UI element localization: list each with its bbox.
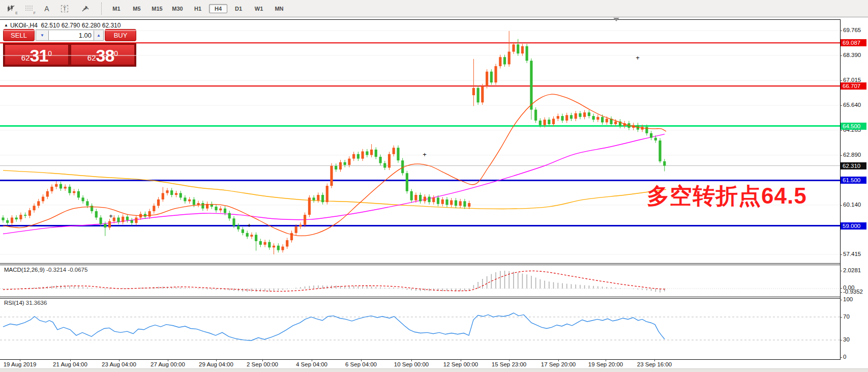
price-axis-label: 62.890 (843, 152, 861, 158)
axis-tick-mark (840, 55, 842, 56)
macd-panel-separator[interactable] (0, 263, 840, 264)
rsi-axis-label: 30 (843, 336, 850, 342)
trading-terminal-window: E F A T ▼ M1M5M15M30H1H4D1W1MN ▲UKOil-,H… (0, 0, 868, 372)
toolbar: E F A T ▼ M1M5M15M30H1H4D1W1MN (0, 0, 868, 17)
axis-tick-mark (840, 357, 842, 358)
time-axis-label: 6 Sep 04:00 (345, 361, 377, 367)
axis-tick-mark (840, 105, 842, 106)
timeframe-H1[interactable]: H1 (189, 4, 207, 13)
price-axis-label: 60.140 (843, 202, 861, 208)
window-bottom-strip (0, 368, 868, 372)
axis-tick-mark (840, 317, 842, 318)
rsi-axis-label: 70 (843, 313, 850, 320)
text-box-icon[interactable]: T (58, 3, 71, 14)
cross-marker-icon[interactable]: + (636, 54, 640, 62)
grid-icon[interactable]: F (22, 3, 36, 14)
axis-tick-mark (840, 292, 842, 293)
toolbar-separator (101, 3, 102, 15)
price-axis-label: 68.390 (843, 52, 861, 58)
cross-marker-icon[interactable]: + (423, 151, 427, 158)
timeframe-W1[interactable]: W1 (250, 4, 268, 13)
chart-text-annotation[interactable]: 多空转折点64.5 (647, 181, 807, 211)
price-axis-label: 57.415 (843, 251, 861, 257)
axis-tick-mark (840, 80, 842, 81)
price-level-badge: 61.500 (841, 177, 866, 184)
chart-edit-icon[interactable]: E (5, 3, 18, 14)
timeframe-D1[interactable]: D1 (229, 4, 248, 13)
text-label-icon[interactable]: A (40, 3, 53, 14)
axis-tick-mark (840, 340, 842, 340)
icon-sub-label: E (15, 11, 18, 15)
price-level-badge: 62.310 (841, 162, 866, 169)
time-axis-label: 17 Sep 20:00 (541, 361, 576, 367)
price-axis-label: 65.640 (843, 102, 861, 108)
timeframe-M5[interactable]: M5 (128, 4, 146, 13)
axis-tick-mark (840, 254, 842, 255)
time-axis-label: 2 Sep 00:00 (247, 361, 278, 367)
axis-tick-mark (840, 155, 842, 156)
time-axis-label: 10 Sep 00:00 (394, 361, 429, 367)
axis-tick-mark (840, 271, 842, 271)
timeframe-H4[interactable]: H4 (209, 4, 227, 13)
rsi-axis-label: 100 (843, 296, 853, 302)
chart-right-border (840, 19, 841, 360)
timeframe-M15[interactable]: M15 (148, 4, 166, 13)
timeframe-M30[interactable]: M30 (168, 4, 187, 13)
price-level-badge: 59.000 (841, 222, 866, 230)
axis-tick-mark (840, 31, 842, 31)
time-axis-label: 19 Aug 2019 (4, 361, 37, 367)
time-axis-label: 12 Sep 00:00 (443, 361, 478, 367)
price-level-badge: 69.087 (841, 39, 866, 46)
axis-tick-mark (840, 130, 842, 131)
axis-tick-mark (840, 288, 842, 289)
timeframe-M1[interactable]: M1 (107, 4, 126, 13)
main-price-chart[interactable] (0, 19, 840, 263)
time-axis-label: 4 Sep 04:00 (296, 361, 327, 367)
axis-tick-mark (840, 300, 842, 300)
time-axis-label: 29 Aug 04:00 (199, 361, 233, 367)
time-axis-label: 23 Sep 16:00 (637, 361, 672, 367)
arrow-objects-icon[interactable]: ▼ (76, 3, 95, 14)
time-axis-label: 21 Aug 04:00 (53, 361, 87, 367)
macd-axis-label: -0.9352 (843, 289, 863, 295)
icon-sub-label: F (34, 11, 36, 15)
macd-panel[interactable] (0, 265, 840, 297)
price-level-badge: 64.500 (841, 123, 866, 130)
cross-marker-icon[interactable]: + (109, 212, 113, 220)
time-axis-label: 23 Aug 04:00 (102, 361, 136, 367)
time-axis-label: 19 Sep 20:00 (588, 361, 623, 367)
time-axis-line (0, 359, 840, 360)
rsi-panel-separator[interactable] (0, 297, 840, 297)
axis-tick-mark (840, 205, 842, 206)
timeframe-MN[interactable]: MN (270, 4, 288, 13)
cross-marker-icon[interactable]: + (247, 221, 251, 229)
price-axis-label: 69.765 (843, 27, 861, 33)
timeframe-buttons: M1M5M15M30H1H4D1W1MN (106, 4, 289, 13)
price-level-badge: 66.707 (841, 82, 866, 90)
rsi-panel[interactable] (0, 299, 840, 359)
macd-axis-label: 2.0281 (843, 267, 861, 273)
time-axis-label: 15 Sep 23:00 (492, 361, 526, 367)
rsi-axis-label: 0 (843, 354, 846, 360)
time-axis-label: 27 Aug 00:00 (151, 361, 185, 367)
